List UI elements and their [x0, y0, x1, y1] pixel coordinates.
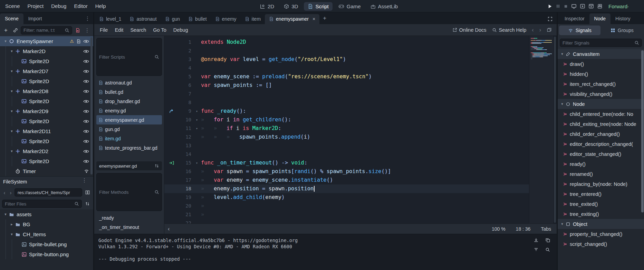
- signal-item[interactable]: tree_exited(): [558, 199, 644, 209]
- signal-connected-indicator-icon[interactable]: [169, 160, 174, 166]
- expand-arrow-icon[interactable]: ▾: [560, 222, 565, 226]
- signal-item[interactable]: hidden(): [558, 69, 644, 79]
- visibility-eye-icon[interactable]: [83, 149, 89, 153]
- play-icon[interactable]: [547, 4, 552, 9]
- detach-script-icon[interactable]: [74, 28, 81, 33]
- filter-methods-input[interactable]: [99, 190, 152, 195]
- code-line[interactable]: 5var enemy_scene := preload("res://scene…: [164, 72, 529, 81]
- toggle-scripts-panel-icon[interactable]: ‹: [165, 226, 172, 232]
- scene-tree-scrollbar[interactable]: [90, 37, 93, 174]
- expand-arrow-icon[interactable]: ▾: [9, 109, 15, 113]
- expand-arrow-icon[interactable]: ▾: [9, 149, 15, 153]
- workspace-assetlib[interactable]: AssetLib: [367, 2, 402, 11]
- visibility-eye-icon[interactable]: [83, 79, 89, 83]
- signal-item[interactable]: tree_exiting(): [558, 209, 644, 219]
- scene-node-marker2d11[interactable]: ▾Marker2D11: [0, 126, 93, 136]
- workspace-script[interactable]: Script: [304, 2, 332, 11]
- signal-item[interactable]: ready(): [558, 159, 644, 169]
- play-scene-icon[interactable]: [580, 3, 585, 9]
- code-line[interactable]: 19»level.add_child(enemy): [164, 193, 529, 202]
- filter-messages-icon[interactable]: [532, 247, 539, 252]
- visibility-eye-icon[interactable]: [83, 139, 89, 143]
- signal-item[interactable]: property_list_changed(): [558, 229, 644, 239]
- code-line[interactable]: 10▾»for i in get_children():: [164, 116, 529, 124]
- scene-filter-input[interactable]: [23, 28, 63, 33]
- script-tab-level_1[interactable]: level_1: [95, 14, 125, 24]
- menu-project[interactable]: Project: [24, 0, 48, 12]
- fs-entry-bg[interactable]: ▸BG: [0, 219, 93, 229]
- fold-arrow-icon[interactable]: ▾: [193, 124, 201, 133]
- signals-button[interactable]: Signals: [559, 26, 600, 35]
- code-line[interactable]: 9▾func _ready():: [164, 107, 529, 116]
- copy-output-icon[interactable]: [544, 238, 551, 243]
- code-line[interactable]: 20»: [164, 202, 529, 210]
- fs-filter-input[interactable]: [5, 201, 72, 207]
- expand-arrow-icon[interactable]: ▸: [9, 222, 15, 227]
- search-help-button[interactable]: Search Help: [492, 27, 527, 33]
- signal-item[interactable]: child_entered_tree(node: No: [558, 109, 644, 119]
- code-line[interactable]: 2: [164, 47, 529, 55]
- code-line[interactable]: 6var spawn_points := []: [164, 81, 529, 90]
- code-line[interactable]: 11▾»»if i is Marker2D:: [164, 124, 529, 133]
- scene-options-icon[interactable]: ⋮: [83, 27, 91, 33]
- add-node-icon[interactable]: +: [2, 27, 10, 34]
- warning-icon[interactable]: ⚠: [70, 39, 74, 43]
- menu-editor[interactable]: Editor: [70, 0, 91, 12]
- code-line[interactable]: 12»»»spawn_points.append(i): [164, 133, 529, 141]
- sort-methods-icon[interactable]: [154, 163, 159, 168]
- script-menu-file[interactable]: File: [96, 27, 111, 33]
- new-script-tab-icon[interactable]: +: [319, 15, 330, 24]
- groups-button[interactable]: Groups: [602, 26, 643, 35]
- signal-item[interactable]: replacing_by(node: Node): [558, 179, 644, 189]
- code-line[interactable]: 13: [164, 141, 529, 150]
- signal-item[interactable]: child_exiting_tree(node: Node: [558, 119, 644, 129]
- visibility-eye-icon[interactable]: [83, 99, 89, 103]
- fold-arrow-icon[interactable]: ▾: [193, 159, 201, 167]
- script-list-item[interactable]: enemyspawner.gd: [96, 115, 162, 124]
- scene-node-sprite2d[interactable]: Sprite2D: [0, 76, 93, 86]
- menu-help[interactable]: Help: [92, 0, 110, 12]
- expand-arrow-icon[interactable]: ▾: [3, 39, 8, 43]
- method-item[interactable]: _on_timer_timeout: [96, 222, 162, 232]
- script-list-item[interactable]: item.gd: [96, 134, 162, 143]
- signal-item[interactable]: script_changed(): [558, 239, 644, 249]
- scene-node-enemyspawner[interactable]: ▾EnemySpawner⚠: [0, 36, 93, 46]
- code-line[interactable]: 18»enemy.position = spawn.position: [164, 184, 529, 193]
- signal-item[interactable]: visibility_changed(): [558, 89, 644, 99]
- tab-inspector[interactable]: Inspector: [560, 13, 589, 24]
- workspace-3d[interactable]: 3D: [280, 2, 302, 11]
- code-scrollbar-thumb[interactable]: [554, 37, 556, 223]
- script-menu-go-to[interactable]: Go To: [150, 27, 170, 33]
- code-line[interactable]: 22: [164, 219, 529, 223]
- indent-type[interactable]: Tabs: [541, 226, 551, 232]
- scene-node-marker2d2[interactable]: ▾Marker2D2: [0, 146, 93, 156]
- signal-item[interactable]: editor_state_changed(): [558, 149, 644, 159]
- expand-arrow-icon[interactable]: ▾: [9, 69, 15, 73]
- scene-node-sprite2d[interactable]: Sprite2D: [0, 96, 93, 106]
- script-menu-search[interactable]: Search: [127, 27, 150, 33]
- dock-menu-icon[interactable]: ⋮: [82, 16, 93, 24]
- code-minimap[interactable]: [529, 36, 553, 223]
- zoom-level[interactable]: 100 %: [492, 226, 506, 232]
- fs-split-view-icon[interactable]: [84, 190, 91, 195]
- fold-arrow-icon[interactable]: ▾: [193, 116, 201, 124]
- fs-entry-sprite-button-png[interactable]: Sprite-button.png: [0, 249, 93, 259]
- signal-item[interactable]: renamed(): [558, 169, 644, 179]
- visibility-eye-icon[interactable]: [83, 89, 89, 93]
- pause-icon[interactable]: [556, 4, 560, 9]
- visibility-eye-icon[interactable]: [83, 109, 89, 113]
- signal-item[interactable]: tree_entered(): [558, 189, 644, 199]
- expand-arrow-icon[interactable]: ▾: [3, 212, 8, 217]
- distraction-free-icon[interactable]: [544, 17, 557, 24]
- script-list-item[interactable]: texture_progress_bar.gd: [96, 143, 162, 152]
- visibility-eye-icon[interactable]: [83, 129, 89, 133]
- expand-arrow-icon[interactable]: ▾: [9, 49, 15, 53]
- code-line[interactable]: 8: [164, 98, 529, 107]
- fs-entry-ch-items[interactable]: ▾CH_Items: [0, 229, 93, 239]
- expand-arrow-icon[interactable]: ▾: [9, 89, 15, 93]
- filesystem-menu-icon[interactable]: ⋮: [79, 177, 90, 186]
- code-line[interactable]: 15▾func _on_timer_timeout() -> void:: [164, 159, 529, 167]
- close-tab-icon[interactable]: ×: [313, 16, 315, 22]
- visibility-eye-icon[interactable]: [83, 39, 89, 43]
- code-line[interactable]: 21»: [164, 210, 529, 219]
